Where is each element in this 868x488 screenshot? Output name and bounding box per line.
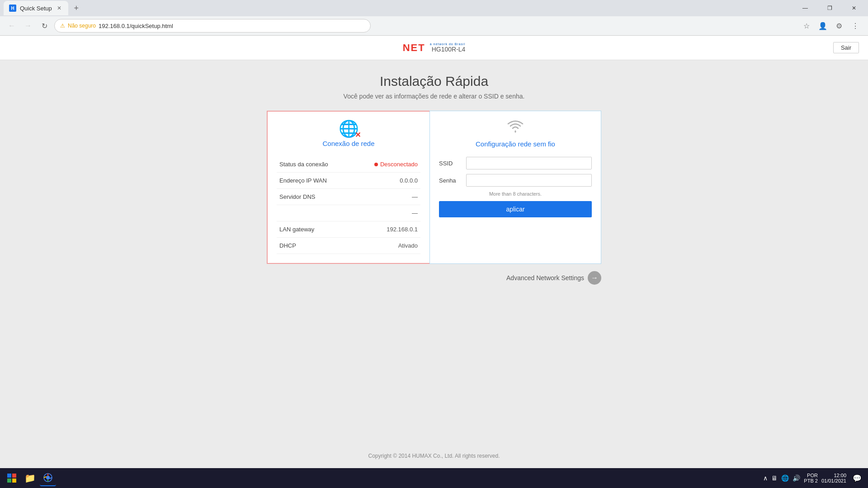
- globe-icon: 🌐 ✕: [339, 121, 359, 137]
- brand-logo: NET a network do Brasil HG100R-L4: [403, 42, 466, 54]
- tab-favicon: H: [9, 5, 16, 12]
- status-label: Status da conexão: [277, 156, 352, 173]
- main-area: Instalação Rápida Você pode ver as infor…: [0, 60, 868, 444]
- status-text: Desconectado: [380, 161, 418, 168]
- hint-text: More than 8 characters.: [439, 191, 592, 197]
- address-bar: ← → ↻ ⚠ Não seguro 192.168.0.1/quickSetu…: [0, 16, 868, 35]
- dns-value-2: —: [352, 205, 420, 221]
- wifi-card-header: Configuração rede sem fio: [439, 120, 592, 148]
- url-text: 192.168.0.1/quickSetup.html: [99, 23, 173, 29]
- copyright-text: Copyright © 2014 HUMAX Co., Ltd. All rig…: [368, 453, 500, 459]
- network-card-header: 🌐 ✕ Conexão de rede: [277, 121, 420, 147]
- brand-tagline: a network do Brasil: [430, 42, 466, 46]
- net-text: NET: [403, 42, 425, 53]
- wifi-card-title: Configuração rede sem fio: [476, 140, 555, 148]
- locale-text: POR: [807, 473, 818, 478]
- dns-value: —: [352, 189, 420, 205]
- advanced-network-settings-link[interactable]: Advanced Network Settings →: [267, 271, 601, 285]
- datetime[interactable]: 12:00 01/01/2021: [821, 473, 846, 483]
- taskbar: 📁 ∧ 🖥 🌐 🔊 POR PTB 2 12:00 01/01/2021 💬: [0, 468, 868, 488]
- table-row: Status da conexão Desconectado: [277, 156, 420, 173]
- dns-label-2: [277, 205, 352, 221]
- date-text: 01/01/2021: [821, 478, 846, 483]
- advanced-link-text: Advanced Network Settings: [506, 274, 584, 282]
- url-warning-text: Não seguro: [68, 23, 96, 29]
- ssid-row: SSID: [439, 157, 592, 169]
- url-bar[interactable]: ⚠ Não seguro 192.168.0.1/quickSetup.html: [54, 19, 371, 33]
- locale-text-2: PTB 2: [804, 478, 818, 483]
- new-tab-button[interactable]: +: [70, 2, 83, 14]
- network-connection-card: 🌐 ✕ Conexão de rede Status da conexão De…: [267, 111, 429, 264]
- time-text: 12:00: [834, 473, 846, 478]
- taskbar-right: ∧ 🖥 🌐 🔊 POR PTB 2 12:00 01/01/2021 💬: [763, 471, 864, 485]
- status-value: Desconectado: [352, 156, 420, 173]
- dhcp-label: DHCP: [277, 238, 352, 254]
- toolbar-icons: ☆ 👤 ⚙ ⋮: [799, 19, 863, 33]
- ssid-label: SSID: [439, 160, 466, 167]
- network-info-table: Status da conexão Desconectado Endereço …: [277, 156, 420, 254]
- senha-label: Senha: [439, 177, 466, 184]
- profile-icon[interactable]: 👤: [816, 19, 830, 33]
- brand-model: HG100R-L4: [432, 46, 466, 53]
- brand-net: NET: [403, 42, 425, 54]
- menu-icon[interactable]: ⋮: [848, 19, 863, 33]
- file-explorer-icon: 📁: [24, 473, 36, 483]
- notification-icon: 💬: [853, 474, 862, 483]
- extensions-icon[interactable]: ⚙: [832, 19, 846, 33]
- taskbar-network-icon[interactable]: 🌐: [781, 474, 789, 482]
- advanced-arrow-button[interactable]: →: [588, 271, 601, 285]
- chevron-up-icon[interactable]: ∧: [763, 474, 768, 482]
- table-row: Servidor DNS —: [277, 189, 420, 205]
- notification-button[interactable]: 💬: [850, 471, 864, 485]
- window-controls: — ❐ ✕: [795, 0, 864, 16]
- file-explorer-button[interactable]: 📁: [22, 470, 38, 486]
- network-card-title: Conexão de rede: [322, 140, 374, 147]
- active-tab[interactable]: H Quick Setup ✕: [4, 1, 68, 15]
- back-button[interactable]: ←: [5, 19, 18, 32]
- router-header: NET a network do Brasil HG100R-L4 Sair: [0, 36, 868, 60]
- page-content: NET a network do Brasil HG100R-L4 Sair I…: [0, 36, 868, 468]
- windows-logo-icon: [7, 474, 16, 483]
- chrome-button[interactable]: [40, 470, 56, 486]
- page-subtitle: Você pode ver as informações de rede e a…: [344, 93, 525, 100]
- ssid-input[interactable]: [466, 157, 592, 169]
- minimize-button[interactable]: —: [795, 0, 816, 16]
- refresh-button[interactable]: ↻: [38, 19, 51, 32]
- footer: Copyright © 2014 HUMAX Co., Ltd. All rig…: [0, 444, 868, 468]
- wifi-config-card: Configuração rede sem fio SSID Senha Mor…: [429, 111, 601, 264]
- status-dot-icon: [374, 163, 378, 166]
- apply-button[interactable]: aplicar: [439, 201, 592, 217]
- volume-icon[interactable]: 🔊: [793, 474, 800, 482]
- tab-bar: H Quick Setup ✕ + — ❐ ✕: [0, 0, 868, 16]
- table-row: —: [277, 205, 420, 221]
- sair-button[interactable]: Sair: [833, 42, 859, 53]
- senha-input[interactable]: [466, 174, 592, 187]
- senha-row: Senha: [439, 174, 592, 187]
- lan-gateway-value: 192.168.0.1: [352, 221, 420, 238]
- wan-ip-label: Endereço IP WAN: [277, 173, 352, 189]
- bookmark-icon[interactable]: ☆: [799, 19, 814, 33]
- forward-button[interactable]: →: [22, 19, 34, 32]
- page-title: Instalação Rápida: [380, 74, 488, 89]
- lan-gateway-label: LAN gateway: [277, 221, 352, 238]
- browser-chrome: H Quick Setup ✕ + — ❐ ✕ ← → ↻ ⚠ Não segu…: [0, 0, 868, 36]
- table-row: LAN gateway 192.168.0.1: [277, 221, 420, 238]
- close-window-button[interactable]: ✕: [844, 0, 864, 16]
- maximize-button[interactable]: ❐: [819, 0, 840, 16]
- wan-ip-value: 0.0.0.0: [352, 173, 420, 189]
- cards-container: 🌐 ✕ Conexão de rede Status da conexão De…: [267, 111, 601, 264]
- taskbar-screen-icon[interactable]: 🖥: [771, 474, 778, 482]
- tab-title: Quick Setup: [20, 5, 52, 12]
- dhcp-value: Ativado: [352, 238, 420, 254]
- wifi-icon: [506, 120, 524, 137]
- security-warning-icon: ⚠: [60, 23, 65, 29]
- table-row: Endereço IP WAN 0.0.0.0: [277, 173, 420, 189]
- start-button[interactable]: [4, 470, 20, 486]
- tab-close-button[interactable]: ✕: [56, 5, 63, 12]
- dns-label: Servidor DNS: [277, 189, 352, 205]
- clock[interactable]: POR PTB 2: [804, 473, 818, 483]
- error-x-icon: ✕: [355, 131, 361, 139]
- chrome-icon: [43, 473, 52, 482]
- table-row: DHCP Ativado: [277, 238, 420, 254]
- svg-point-1: [46, 476, 50, 479]
